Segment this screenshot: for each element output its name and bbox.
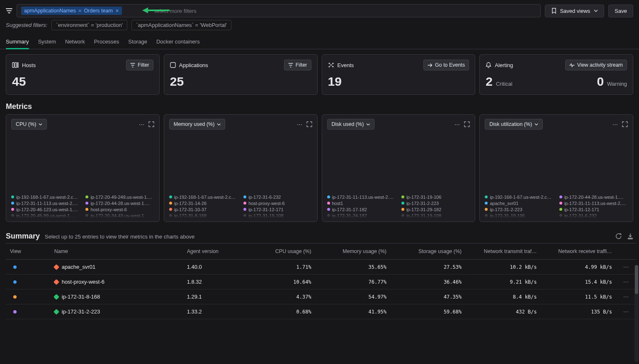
legend-item[interactable]: ip-172-31-17-182 (327, 207, 396, 212)
row-menu-icon[interactable]: ⋯ (616, 260, 637, 275)
legend-item[interactable]: ip-172-20-44-28.us-west-1.… (559, 194, 628, 200)
metric-dropdown[interactable]: Disk used (%) 1008060402008:00am8:10am8:… (327, 119, 375, 130)
view-activity-button[interactable]: View activity stream (565, 60, 627, 70)
legend-item[interactable]: ip-172-31-10-37 (169, 207, 238, 212)
suggested-chip[interactable]: `environment` = 'production' (51, 20, 127, 30)
legend-text: ip-172-31-17-182 (332, 207, 367, 212)
legend-item[interactable]: ip-172-20-45-99.us-west-1.… (11, 213, 80, 218)
legend-item[interactable]: ip-192-168-1-67.us-west-2.c… (169, 194, 238, 200)
expand-icon[interactable] (148, 121, 154, 127)
legend-text: ip-172-20-44-28.us-west-1.… (564, 195, 624, 200)
more-icon[interactable]: ⋯ (297, 121, 302, 128)
metric-label: Disk used (%) (332, 121, 364, 127)
filter-input[interactable]: apmApplicationNames = Orders team ✕ sele… (17, 4, 541, 17)
legend-text: ip-192-168-1-67.us-west-2.c… (16, 195, 78, 200)
more-icon[interactable]: ⋯ (139, 121, 144, 128)
tab-storage[interactable]: Storage (128, 35, 147, 49)
legend-item[interactable]: ip-172-31-2-223 (485, 207, 553, 212)
go-to-events-button[interactable]: Go to Events (423, 60, 469, 70)
expand-icon[interactable] (622, 121, 628, 127)
table-row[interactable]: ip-172-31-8-168 1.29.1 4.37% 54.97% 47.3… (6, 289, 637, 304)
legend-item[interactable]: apache_svr01 (485, 200, 553, 206)
remove-tag-icon[interactable]: ✕ (115, 8, 119, 14)
legend-item[interactable]: ip-192-168-1-67.us-west-2.c… (11, 194, 80, 200)
table-row[interactable]: ip-172-31-2-223 1.33.2 0.68% 41.95% 59.6… (6, 304, 637, 319)
legend-item[interactable]: ip-172-31-19-106 (485, 213, 553, 218)
more-icon[interactable]: ⋯ (454, 121, 460, 128)
column-header[interactable]: CPU usage (%) (249, 243, 316, 260)
column-header[interactable]: Memory usage (%) (316, 243, 391, 260)
apps-filter-button[interactable]: Filter (284, 60, 311, 70)
legend-item[interactable]: ip-172-31-8-168 (169, 213, 238, 218)
legend-item[interactable]: ip-172-31-6-232 (559, 213, 628, 218)
events-label: Events (338, 62, 354, 68)
column-header[interactable]: Network receive traffi… (541, 243, 616, 260)
legend-dot-icon (327, 202, 330, 205)
metric-dropdown[interactable]: CPU (%) 25201510508:00am8:10am8:20am8:3 (11, 119, 47, 130)
legend-text: ip-192-168-1-67.us-west-2.c… (174, 195, 236, 200)
legend-item[interactable]: ip-172-31-12-171 (243, 207, 312, 212)
tab-summary[interactable]: Summary (6, 35, 29, 49)
legend-item[interactable]: ip-192-168-1-67.us-west-2.c… (485, 194, 553, 200)
scrollbar[interactable] (634, 265, 639, 362)
legend-item[interactable]: ip-172-31-19-108 (401, 213, 470, 218)
legend-item[interactable]: ip-172-20-44-28.us-west-1.… (85, 200, 154, 206)
metric-dropdown[interactable]: Disk utilization (%) 432108:00am8:10am8:… (485, 119, 543, 130)
tab-processes[interactable]: Processes (94, 35, 119, 49)
legend-item[interactable]: ip-172-31-11-113.us-west-2.… (11, 200, 80, 206)
agent-version: 1.8.32 (183, 275, 249, 289)
svg-text:100: 100 (369, 123, 370, 126)
column-header[interactable]: Storage usage (%) (391, 243, 466, 260)
legend-item[interactable]: ip-172-31-6-232 (243, 194, 312, 200)
legend-text: ip-172-31-24-187 (332, 213, 367, 218)
refresh-icon[interactable] (615, 233, 622, 239)
legend-dot-icon (243, 208, 246, 211)
metric-dropdown[interactable]: Memory used (%) 1008060402008:00am8:10am… (169, 119, 226, 130)
legend-item[interactable]: ip-172-31-12-171 (559, 207, 628, 212)
column-header[interactable]: Network transmit traf… (466, 243, 541, 260)
row-menu-icon[interactable]: ⋯ (616, 304, 637, 319)
column-header[interactable] (616, 243, 637, 260)
column-header[interactable]: Agent version (183, 243, 249, 260)
legend-item[interactable]: ip-172-20-46-123.us-west-1.… (11, 207, 80, 212)
applications-card: Applications Filter 25 (164, 54, 318, 95)
status-hex-icon (53, 294, 59, 299)
legend-item[interactable]: ip-172-31-19-108 (243, 213, 312, 218)
legend-dot-icon (559, 195, 562, 198)
table-row[interactable]: apache_svr01 1.40.0 1.71% 35.65% 27.53% … (6, 260, 637, 275)
expand-icon[interactable] (464, 121, 470, 127)
filter-tag[interactable]: apmApplicationNames = Orders team ✕ (21, 7, 122, 15)
row-name: ip-172-31-2-223 (62, 309, 100, 315)
legend-item[interactable]: ip-172-31-11-113.us-west-2.… (327, 194, 396, 200)
row-menu-icon[interactable]: ⋯ (616, 289, 637, 304)
tab-system[interactable]: System (38, 35, 56, 49)
applications-icon (170, 62, 176, 68)
save-button[interactable]: Save (608, 5, 633, 17)
column-header[interactable]: View (6, 243, 50, 260)
legend-item[interactable]: ip-172-31-29-182 (401, 207, 470, 212)
suggested-chip[interactable]: `apmApplicationNames` = 'WebPortal' (131, 20, 231, 30)
legend-item[interactable]: ip-172-31-2-223 (401, 200, 470, 206)
legend-item[interactable]: ip-172-31-24-187 (327, 213, 396, 218)
legend-item[interactable]: host-proxy-west-6 (243, 200, 312, 206)
legend-item[interactable]: ip-172-20-34-43.us-west-1 (85, 213, 154, 218)
legend-item[interactable]: ip-172-31-11-113.us-west-2.… (559, 200, 628, 206)
legend-item[interactable]: ip-172-31-19-106 (401, 194, 470, 200)
legend-item[interactable]: ip-172-31-14-26 (169, 200, 238, 206)
hosts-filter-button[interactable]: Filter (126, 60, 153, 70)
expand-icon[interactable] (306, 121, 312, 127)
more-icon[interactable]: ⋯ (612, 121, 618, 128)
download-icon[interactable] (627, 233, 633, 239)
legend-item[interactable]: host-proxy-west-6 (85, 207, 154, 212)
tab-docker[interactable]: Docker containers (156, 35, 200, 49)
column-header[interactable]: Name (50, 243, 183, 260)
tab-network[interactable]: Network (65, 35, 85, 49)
row-menu-icon[interactable]: ⋯ (616, 275, 637, 289)
legend-item[interactable]: ip-172-20-49-249.us-west-1.… (85, 194, 154, 200)
table-row[interactable]: host-proxy-west-6 1.8.32 10.64% 76.77% 3… (6, 275, 637, 289)
legend-dot-icon (401, 214, 404, 217)
legend-text: ip-192-168-1-67.us-west-2.c… (490, 195, 552, 200)
legend-dot-icon (485, 202, 488, 205)
saved-views-button[interactable]: Saved views (545, 5, 604, 17)
legend-item[interactable]: host1 (327, 200, 396, 206)
